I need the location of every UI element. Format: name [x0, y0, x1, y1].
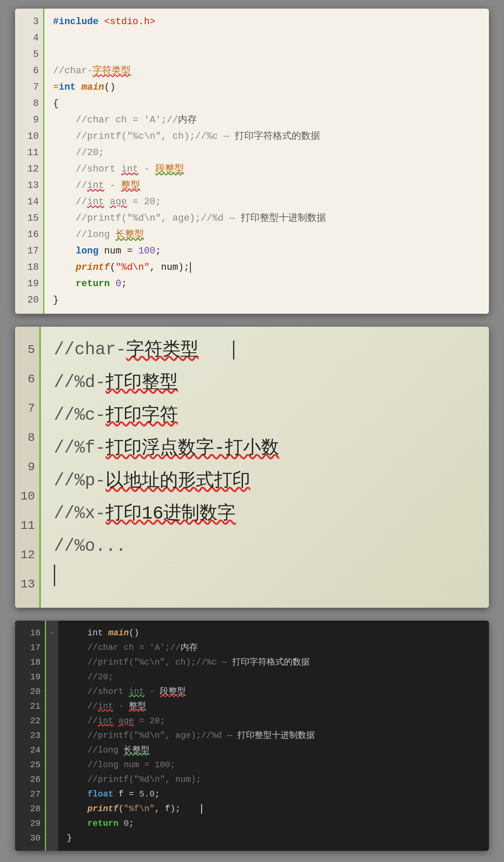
collapse-22 [50, 714, 54, 728]
p2-line-6: 6 [28, 365, 35, 394]
p3-code-line-28: printf("%f\n", f); [67, 802, 480, 816]
p2-code-line-12: //%o ... [54, 532, 476, 561]
p3-cursor [201, 804, 202, 814]
line-num-14: 14 [28, 194, 39, 210]
panel1-line-numbers: 3 4 5 6 7 8 9 10 11 12 13 14 15 16 17 18… [15, 9, 44, 314]
panel1-code-lines[interactable]: #include <stdio.h> //char-字符类型 =int main… [44, 9, 489, 314]
code-line-14: //int age = 20; [53, 194, 480, 210]
panel1-code-editor: 3 4 5 6 7 8 9 10 11 12 13 14 15 16 17 18… [15, 9, 489, 314]
p3-line-27: 27 [30, 787, 40, 802]
p3-code-line-24: //long 长整型 [67, 743, 480, 758]
code-line-6: //char-字符类型 [53, 63, 480, 79]
p3-line-28: 28 [30, 802, 40, 816]
p3-line-21: 21 [30, 699, 40, 714]
p3-line-29: 29 [30, 816, 40, 831]
panel3-code-editor: 16 17 18 19 20 21 22 23 24 25 26 27 28 2… [15, 621, 489, 851]
code-line-4 [53, 30, 480, 47]
p3-code-line-18: //printf("%c\n", ch);//%c — 打印字符格式的数据 [67, 655, 480, 670]
p3-line-16: 16 [30, 626, 40, 640]
p3-line-20: 20 [30, 684, 40, 699]
p3-code-line-27: float f = 5.0; [67, 787, 480, 802]
panel2-code-editor: 5 6 7 8 9 10 11 12 13 //char-字符类型 //char… [15, 327, 489, 608]
p3-line-19: 19 [30, 670, 40, 684]
line-num-19: 19 [28, 276, 39, 292]
p3-line-25: 25 [30, 758, 40, 772]
p2-line-12: 12 [20, 540, 35, 570]
collapse-16[interactable]: - [50, 626, 54, 640]
p2-line-9: 9 [28, 453, 35, 482]
code-line-7: =int main() [53, 79, 480, 96]
p3-code-line-22: //int age = 20; [67, 714, 480, 728]
line-num-6: 6 [33, 63, 39, 79]
collapse-17 [50, 640, 54, 655]
panel2-line-numbers: 5 6 7 8 9 10 11 12 13 [15, 327, 41, 608]
p2-cursor [233, 340, 234, 359]
panel3-editor-body: 16 17 18 19 20 21 22 23 24 25 26 27 28 2… [15, 621, 489, 851]
panel3-code-lines[interactable]: int main() //char ch = 'A';//内存 //printf… [58, 621, 489, 851]
collapse-19 [50, 670, 54, 684]
collapse-28 [50, 802, 54, 816]
p3-code-line-17: //char ch = 'A';//内存 [67, 640, 480, 655]
line-num-3: 3 [33, 14, 39, 30]
code-line-11: //20; [53, 145, 480, 161]
p3-code-line-20: //short int - 段整型 [67, 684, 480, 699]
p2-line-11: 11 [20, 511, 35, 540]
p3-code-line-21: //int - 整型 [67, 699, 480, 714]
p2-code-line-11: //%x - 打印16进制数字 [54, 499, 476, 528]
panel1-editor-body: 3 4 5 6 7 8 9 10 11 12 13 14 15 16 17 18… [15, 9, 489, 314]
line-num-15: 15 [28, 210, 39, 227]
p2-code-line-10: //%p - 以地址的形式打印 [54, 466, 476, 496]
p2-code-line-6: //char-字符类型 [54, 335, 476, 365]
p2-code-line-8: //%c - 打印字符 [54, 401, 476, 430]
line-num-11: 11 [28, 145, 39, 161]
p3-code-line-16: int main() [67, 626, 480, 640]
line-num-17: 17 [28, 243, 39, 259]
line-num-4: 4 [33, 30, 39, 47]
line-num-10: 10 [28, 128, 39, 145]
p3-code-line-25: //long num = 100; [67, 758, 480, 772]
code-line-16: //long 长整型 [53, 227, 480, 243]
collapse-21 [50, 699, 54, 714]
panel3-collapse-markers: - [46, 621, 58, 851]
code-line-15: //printf("%d\n", age);//%d — 打印整型十进制数据 [53, 210, 480, 227]
p3-line-17: 17 [30, 640, 40, 655]
p3-line-30: 30 [30, 831, 40, 846]
code-line-19: return 0; [53, 276, 480, 292]
p2-line-7: 7 [28, 394, 35, 423]
p3-line-23: 23 [30, 728, 40, 743]
panel3-line-numbers: 16 17 18 19 20 21 22 23 24 25 26 27 28 2… [15, 621, 46, 851]
p2-line-13: 13 [20, 570, 35, 599]
collapse-25 [50, 758, 54, 772]
p3-line-22: 22 [30, 714, 40, 728]
line-num-12: 12 [28, 161, 39, 178]
collapse-27 [50, 787, 54, 802]
code-line-18: printf("%d\n", num); [53, 259, 480, 276]
code-line-5 [53, 47, 480, 63]
code-line-13: //int - 整型 [53, 178, 480, 194]
line-num-5: 5 [33, 47, 39, 63]
panel2-code-lines[interactable]: //char-字符类型 //char-字符类型 //%d - 打印整型 //%c… [41, 327, 489, 608]
code-line-17: long num = 100; [53, 243, 480, 259]
code-line-10: //printf("%c\n", ch);//%c — 打印字符格式的数据 [53, 128, 480, 145]
line-num-13: 13 [28, 178, 39, 194]
p2-code-line-13 [54, 565, 476, 586]
line-num-20: 20 [28, 292, 39, 309]
p3-code-line-26: //printf("%d\n", num); [67, 772, 480, 787]
collapse-23 [50, 728, 54, 743]
line-num-8: 8 [33, 96, 39, 112]
p3-line-24: 24 [30, 743, 40, 758]
code-line-9: //char ch = 'A';//内存 [53, 112, 480, 128]
line-num-7: 7 [33, 79, 39, 96]
collapse-24 [50, 743, 54, 758]
p2-line-8: 8 [28, 423, 35, 453]
p3-code-line-30: } [67, 831, 480, 846]
p3-line-18: 18 [30, 655, 40, 670]
collapse-29 [50, 816, 54, 831]
p3-code-line-23: //printf("%d\n", age);//%d — 打印整型十进制数据 [67, 728, 480, 743]
p3-code-line-19: //20; [67, 670, 480, 684]
p2-line-5: 5 [28, 335, 35, 365]
collapse-18 [50, 655, 54, 670]
p2-code-line-7: //%d - 打印整型 [54, 368, 476, 397]
code-line-12: //short int - 段整型 [53, 161, 480, 178]
collapse-20 [50, 684, 54, 699]
